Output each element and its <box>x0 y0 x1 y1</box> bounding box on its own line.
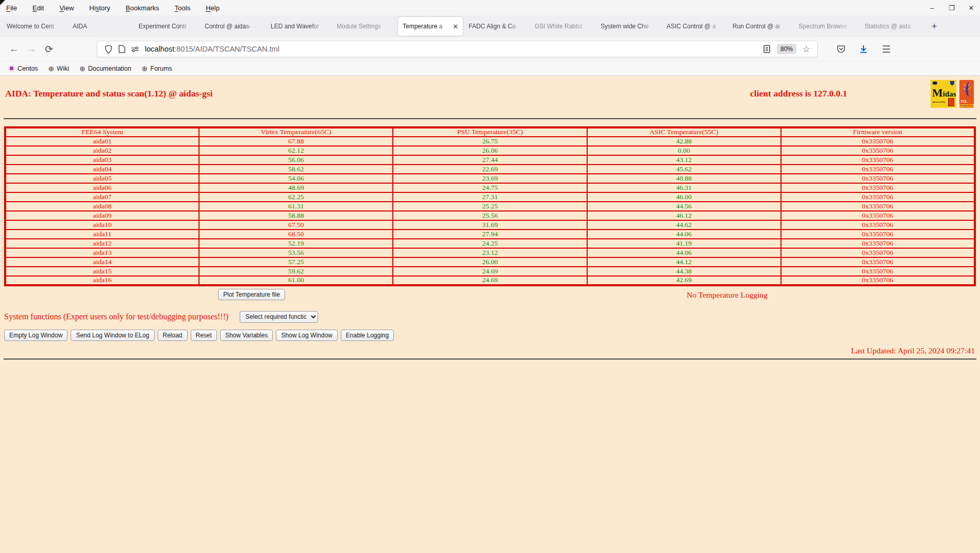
tab-temperature-a[interactable]: Temperature a✕ <box>398 17 463 36</box>
send-log-window-to-elog-button[interactable]: Send Log Window to ELog <box>71 330 154 341</box>
tab-led-and-wavefor[interactable]: LED and Wavefor <box>266 17 331 36</box>
tab-close-icon[interactable]: ✕ <box>453 23 458 30</box>
menu-edit[interactable]: Edit <box>32 4 44 12</box>
under-table-row: Plot Temperature file No Temperature Log… <box>0 286 980 305</box>
logos: Midas powered by TCL POWERED <box>931 80 974 108</box>
fee64-system-cell: aida13 <box>5 248 199 257</box>
bookmark-label: Wiki <box>57 65 69 72</box>
menu-file[interactable]: File <box>6 4 17 12</box>
table-row: aida0262.1226.060.000x3350706 <box>5 146 975 155</box>
bookmark-documentation[interactable]: ⊕Documentation <box>76 63 135 74</box>
close-window-button[interactable]: ✕ <box>968 4 975 12</box>
firmware-cell: 0x3350706 <box>781 137 975 146</box>
tab-gsi-white-rabbit[interactable]: GSI White Rabbit <box>530 17 595 36</box>
firmware-cell: 0x3350706 <box>781 211 975 220</box>
shield-icon[interactable] <box>102 42 115 56</box>
table-row: aida0762.2527.3146.000x3350706 <box>5 192 975 202</box>
tcl-banner-text: POWERED <box>959 104 974 107</box>
plot-temperature-file-button[interactable]: Plot Temperature file <box>218 289 285 300</box>
menu-view[interactable]: View <box>59 4 74 12</box>
function-select[interactable]: Select required function <box>240 311 318 323</box>
psu-temp-cell: 31.69 <box>393 220 587 230</box>
table-row: aida0554.0623.6940.880x3350706 <box>5 174 975 183</box>
permissions-icon[interactable] <box>128 42 142 56</box>
tab-label: LED and Wavefor <box>271 23 326 30</box>
column-header: FEE64 System <box>5 127 199 137</box>
virtex-temp-cell: 62.25 <box>199 192 393 202</box>
pocket-icon[interactable] <box>832 41 850 57</box>
minimize-window-button[interactable]: – <box>928 4 936 12</box>
asic-temp-cell: 44.56 <box>587 202 781 211</box>
downloads-icon[interactable] <box>855 41 872 57</box>
reader-mode-icon[interactable] <box>760 42 774 56</box>
url-text[interactable]: localhost:8015/AIDA/TSCAN/TSCAN.tml <box>145 45 760 53</box>
table-header-row: FEE64 SystemVirtex Temperature(65C)PSU T… <box>5 127 975 137</box>
asic-temp-cell: 42.69 <box>587 276 781 285</box>
table-row: aida0861.3125.2544.560x3350706 <box>5 202 975 211</box>
tab-statistics-aida[interactable]: Statistics @ aida <box>860 17 925 36</box>
bookmark-label: Documentation <box>88 65 131 72</box>
log-buttons-row: Empty Log WindowSend Log Window to ELogR… <box>4 330 980 341</box>
midas-cloud-icon <box>933 82 937 85</box>
show-variables-button[interactable]: Show Variables <box>220 330 273 341</box>
page-info-icon[interactable] <box>115 42 128 56</box>
bookmark-forums[interactable]: ⊕Forums <box>139 63 175 74</box>
tab-control-aidas[interactable]: Control @ aidas- <box>200 17 265 36</box>
url-bar[interactable]: localhost:8015/AIDA/TSCAN/TSCAN.tml 80% … <box>97 41 818 57</box>
empty-log-window-button[interactable]: Empty Log Window <box>4 330 68 341</box>
menu-tools[interactable]: Tools <box>175 4 190 12</box>
tab-experiment-contr[interactable]: Experiment Contr <box>134 17 199 36</box>
new-tab-button[interactable]: + <box>925 20 943 33</box>
firmware-cell: 0x3350706 <box>781 174 975 183</box>
bookmark-wiki[interactable]: ⊕Wiki <box>45 63 72 74</box>
bookmark-centos[interactable]: Centos <box>5 63 41 74</box>
asic-temp-cell: 44.06 <box>587 230 781 239</box>
virtex-temp-cell: 52.19 <box>199 239 393 248</box>
menu-history[interactable]: History <box>89 4 110 12</box>
tab-module-settings[interactable]: Module Settings <box>332 17 397 36</box>
zoom-level-badge[interactable]: 80% <box>777 44 796 54</box>
fee64-system-cell: aida03 <box>5 155 199 165</box>
tab-fadc-align-co[interactable]: FADC Align & Co <box>464 17 529 36</box>
maximize-window-button[interactable]: ❐ <box>948 4 955 12</box>
virtex-temp-cell: 57.25 <box>199 257 393 267</box>
show-log-window-button[interactable]: Show Log Window <box>276 330 337 341</box>
table-row: aida1457.2526.0044.120x3350706 <box>5 257 975 267</box>
tcl-powered-logo: TCL POWERED <box>959 80 974 108</box>
midas-powered-by-text: powered by <box>933 101 945 103</box>
client-address-text: client address is 127.0.0.1 <box>750 88 847 99</box>
column-header: ASIC Temperature(55C) <box>587 127 781 137</box>
fee64-system-cell: aida15 <box>5 267 199 276</box>
hamburger-menu-icon[interactable]: ☰ <box>877 41 895 57</box>
page-content: AIDA: Temperature and status scan(1.12) … <box>0 75 980 553</box>
asic-temp-cell: 44.12 <box>587 257 781 267</box>
enable-logging-button[interactable]: Enable Logging <box>341 330 394 341</box>
bookmarks-toolbar: Centos⊕Wiki⊕Documentation⊕Forums <box>0 61 980 75</box>
asic-temp-cell: 46.00 <box>587 192 781 202</box>
tab-welcome-to-cent[interactable]: Welcome to Cent <box>2 17 67 36</box>
tab-system-wide-che[interactable]: System wide Che <box>596 17 661 36</box>
virtex-temp-cell: 58.62 <box>199 165 393 174</box>
firmware-cell: 0x3350706 <box>781 220 975 230</box>
tab-spectrum-browse[interactable]: Spectrum Browse <box>794 17 859 36</box>
psu-temp-cell: 27.94 <box>393 230 587 239</box>
asic-temp-cell: 0.00 <box>587 146 781 155</box>
tab-label: Temperature a <box>403 23 451 30</box>
back-icon[interactable]: ← <box>5 41 23 57</box>
bookmark-star-icon[interactable]: ☆ <box>800 42 813 56</box>
menu-help[interactable]: Help <box>206 4 220 12</box>
tab-asic-control-a[interactable]: ASIC Control @ a <box>662 17 727 36</box>
tab-run-control-ai[interactable]: Run Control @ ai <box>728 17 793 36</box>
table-row: aida0648.6924.7546.310x3350706 <box>5 183 975 192</box>
reset-button[interactable]: Reset <box>191 330 217 341</box>
window-corner-decoration <box>0 0 5 5</box>
reload-icon[interactable]: ⟳ <box>40 41 58 57</box>
reload-button[interactable]: Reload <box>158 330 188 341</box>
fee64-system-cell: aida01 <box>5 137 199 146</box>
tab-aida[interactable]: AIDA <box>68 17 133 36</box>
forward-icon[interactable]: → <box>23 41 40 57</box>
browser-menubar: FileEditViewHistoryBookmarksToolsHelp –❐… <box>0 0 980 15</box>
firmware-cell: 0x3350706 <box>781 230 975 239</box>
menu-bookmarks[interactable]: Bookmarks <box>126 4 159 12</box>
virtex-temp-cell: 48.69 <box>199 183 393 192</box>
